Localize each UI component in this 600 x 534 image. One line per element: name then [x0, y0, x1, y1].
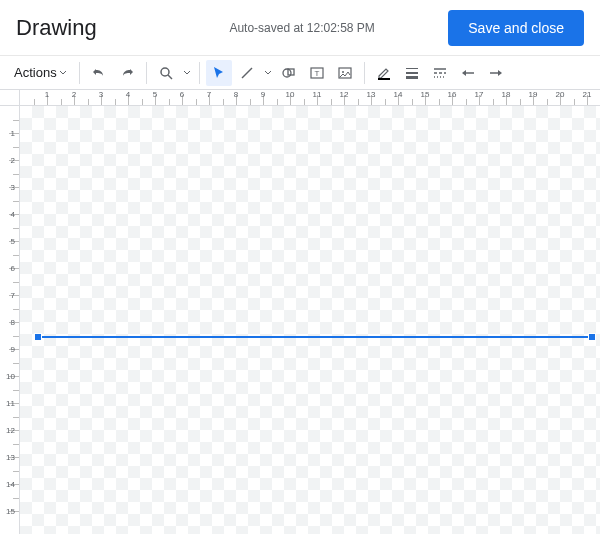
separator — [79, 62, 80, 84]
undo-button[interactable] — [86, 60, 112, 86]
ruler-tick-minor — [13, 201, 19, 202]
svg-rect-7 — [339, 68, 351, 78]
ruler-tick-minor — [520, 99, 521, 105]
ruler-label: 13 — [6, 453, 15, 462]
ruler-label: 4 — [126, 90, 130, 99]
actions-menu-button[interactable]: Actions — [8, 60, 73, 86]
svg-text:T: T — [314, 69, 319, 78]
pencil-icon — [376, 65, 392, 81]
ruler-tick-minor — [331, 99, 332, 105]
ruler-tick-minor — [13, 255, 19, 256]
save-and-close-button[interactable]: Save and close — [448, 10, 584, 46]
ruler-tick-minor — [13, 363, 19, 364]
ruler-label: 19 — [529, 90, 538, 99]
line-weight-icon — [404, 65, 420, 81]
ruler-tick-minor — [547, 99, 548, 105]
ruler-vertical: 123456789101112131415 — [0, 106, 20, 534]
ruler-tick-minor — [196, 99, 197, 105]
chevron-down-icon — [59, 69, 67, 77]
separator — [199, 62, 200, 84]
dialog-title: Drawing — [16, 15, 156, 41]
ruler-label: 10 — [6, 372, 15, 381]
ruler-tick-minor — [13, 282, 19, 283]
svg-point-0 — [161, 68, 169, 76]
line-start-button[interactable] — [455, 60, 481, 86]
ruler-tick-minor — [13, 174, 19, 175]
shape-tool-button[interactable] — [276, 60, 302, 86]
select-tool-button[interactable] — [206, 60, 232, 86]
line-end-button[interactable] — [483, 60, 509, 86]
selection-handle-end[interactable] — [588, 333, 596, 341]
ruler-label: 14 — [394, 90, 403, 99]
zoom-dropdown[interactable] — [181, 69, 193, 77]
ruler-label: 11 — [6, 399, 15, 408]
ruler-label: 7 — [11, 291, 15, 300]
line-start-icon — [460, 65, 476, 81]
ruler-tick-minor — [385, 99, 386, 105]
ruler-tick-minor — [13, 498, 19, 499]
svg-rect-12 — [406, 76, 418, 79]
ruler-label: 15 — [421, 90, 430, 99]
ruler-label: 3 — [99, 90, 103, 99]
ruler-tick-minor — [88, 99, 89, 105]
ruler-tick-minor — [13, 147, 19, 148]
ruler-tick-minor — [169, 99, 170, 105]
ruler-label: 5 — [153, 90, 157, 99]
line-dash-icon — [432, 65, 448, 81]
ruler-tick-minor — [61, 99, 62, 105]
ruler-tick-minor — [358, 99, 359, 105]
ruler-label: 20 — [556, 90, 565, 99]
ruler-label: 16 — [448, 90, 457, 99]
image-tool-button[interactable] — [332, 60, 358, 86]
ruler-tick-minor — [13, 228, 19, 229]
ruler-horizontal: 123456789101112131415161718192021 — [20, 90, 600, 106]
line-weight-button[interactable] — [399, 60, 425, 86]
ruler-tick-minor — [493, 99, 494, 105]
line-dash-button[interactable] — [427, 60, 453, 86]
ruler-label: 13 — [367, 90, 376, 99]
ruler-tick-minor — [142, 99, 143, 105]
ruler-label: 17 — [475, 90, 484, 99]
ruler-tick-minor — [13, 309, 19, 310]
line-tool-dropdown[interactable] — [262, 69, 274, 77]
svg-line-2 — [242, 68, 252, 78]
selected-line-shape[interactable] — [38, 336, 592, 338]
drawing-canvas[interactable] — [20, 106, 600, 534]
svg-rect-4 — [288, 69, 294, 75]
svg-rect-10 — [406, 68, 418, 69]
ruler-label: 12 — [6, 426, 15, 435]
ruler-label: 5 — [11, 237, 15, 246]
ruler-tick-minor — [223, 99, 224, 105]
ruler-tick-minor — [439, 99, 440, 105]
textbox-tool-button[interactable]: T — [304, 60, 330, 86]
ruler-tick-minor — [250, 99, 251, 105]
selection-handle-start[interactable] — [34, 333, 42, 341]
ruler-label: 8 — [11, 318, 15, 327]
line-end-icon — [488, 65, 504, 81]
chevron-down-icon — [183, 69, 191, 77]
redo-button[interactable] — [114, 60, 140, 86]
line-color-button[interactable] — [371, 60, 397, 86]
ruler-tick-minor — [13, 444, 19, 445]
shape-icon — [281, 65, 297, 81]
zoom-button[interactable] — [153, 60, 179, 86]
ruler-corner — [0, 90, 20, 106]
ruler-label: 8 — [234, 90, 238, 99]
svg-point-8 — [342, 71, 344, 73]
ruler-tick-minor — [277, 99, 278, 105]
ruler-label: 9 — [261, 90, 265, 99]
ruler-label: 7 — [207, 90, 211, 99]
image-icon — [337, 65, 353, 81]
actions-label: Actions — [14, 65, 57, 80]
ruler-tick-minor — [412, 99, 413, 105]
redo-icon — [119, 65, 135, 81]
ruler-label: 15 — [6, 507, 15, 516]
line-tool-button[interactable] — [234, 60, 260, 86]
workspace: 123456789101112131415161718192021 123456… — [0, 90, 600, 534]
svg-line-1 — [168, 75, 172, 79]
chevron-down-icon — [264, 69, 272, 77]
line-icon — [239, 65, 255, 81]
svg-rect-11 — [406, 72, 418, 74]
ruler-tick-minor — [466, 99, 467, 105]
svg-point-3 — [283, 69, 291, 77]
